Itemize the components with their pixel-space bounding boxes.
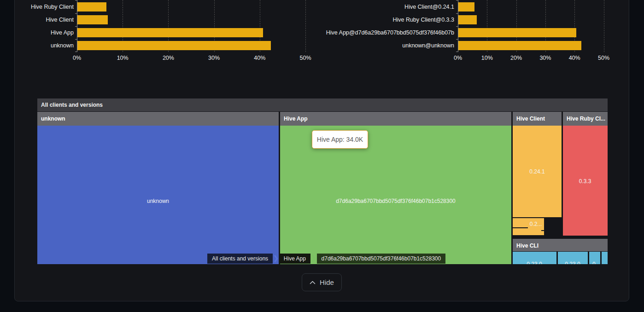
x-tick-label: 40% (564, 55, 585, 61)
treemap-cell-label: d7d6a29ba6707bbd5075df376f46b07b1c528300 (336, 198, 456, 204)
gridline (604, 0, 604, 52)
bar-hive-client-0-24-1[interactable] (458, 2, 474, 12)
bar-category-label: Hive App (0, 28, 74, 37)
treemap-breadcrumb: All clients and versions ❯ Hive App ❯ d7… (207, 254, 445, 264)
bar-category-label: unknown (0, 41, 74, 50)
hide-button[interactable]: Hide (302, 273, 342, 291)
axis-tick (75, 39, 77, 40)
treemap-cell[interactable] (537, 231, 544, 235)
axis-tick (456, 26, 458, 27)
bar-hive-app-d7d6a29ba6707bbd5075d[interactable] (458, 28, 576, 37)
x-tick-label: 40% (250, 55, 270, 61)
bar-hive-app[interactable] (77, 28, 263, 37)
treemap-section-header-hive-app[interactable]: Hive App (280, 112, 511, 126)
axis-tick (456, 13, 458, 14)
bar-category-label: Hive App@d7d6a29ba6707bbd5075df376f46b07… (270, 28, 454, 37)
x-tick-label: 10% (112, 55, 133, 61)
x-tick-label: 50% (295, 55, 316, 61)
hide-button-label: Hide (320, 278, 334, 286)
treemap-cell-label: 0.23.0 (565, 261, 580, 264)
x-tick-label: 50% (594, 55, 614, 61)
axis-tick (456, 52, 458, 52)
tooltip-text: Hive App: 34.0K (317, 136, 363, 143)
bar-unknown-unknown[interactable] (458, 41, 581, 50)
bar-hive-ruby-client-0-3-3[interactable] (458, 15, 477, 24)
x-tick-label: 10% (477, 55, 497, 61)
treemap-cell[interactable] (528, 231, 536, 235)
breadcrumb-item-root[interactable]: All clients and versions (207, 254, 273, 264)
client-share-bar-charts: 0%10%20%30%40%50%Hive Ruby ClientHive Cl… (0, 0, 644, 67)
x-tick-label: 20% (158, 55, 178, 61)
bar-category-label: Hive Client (0, 15, 74, 24)
treemap-cell-label: 0.23.0 (527, 261, 542, 264)
x-tick-label: 30% (204, 55, 224, 61)
axis-tick (456, 39, 458, 40)
treemap-section-header-hive-ruby-cl-[interactable]: Hive Ruby Cl... (563, 112, 608, 126)
treemap-section-header-unknown[interactable]: unknown (37, 112, 279, 126)
bar-category-label: Hive Client@0.24.1 (270, 2, 454, 12)
treemap-cell-label: 0. (592, 261, 597, 264)
treemap-cell-label: 0.3.3 (579, 178, 591, 185)
treemap-section-header-hive-cli[interactable]: Hive CLI (513, 239, 608, 251)
axis-tick (456, 0, 458, 0)
axis-tick (75, 13, 77, 14)
bar-hive-client[interactable] (77, 15, 108, 24)
chevron-right-icon: ❯ (273, 254, 279, 264)
bar-category-label: Hive Ruby Client@0.3.3 (270, 15, 454, 24)
axis-tick (75, 52, 77, 52)
bar-category-label: Hive Ruby Client (0, 2, 74, 12)
treemap-cell-unknown[interactable] (37, 126, 279, 264)
treemap-title: All clients and versions (37, 98, 608, 111)
x-tick-label: 20% (506, 55, 527, 61)
x-tick-label: 0% (448, 55, 468, 61)
axis-tick (75, 26, 77, 27)
treemap-tooltip: Hive App: 34.0K (312, 130, 368, 149)
axis-tick (75, 0, 77, 0)
bar-category-label: unknown@unknown (270, 41, 454, 50)
breadcrumb-item-hive-app[interactable]: Hive App (279, 254, 310, 264)
dashboard-stage: 0%10%20%30%40%50%Hive Ruby ClientHive Cl… (0, 0, 644, 312)
treemap-cell-label: unknown (147, 198, 169, 204)
treemap-section-header-hive-client[interactable]: Hive Client (513, 112, 562, 126)
x-tick-label: 30% (535, 55, 556, 61)
bar-hive-ruby-client[interactable] (77, 2, 106, 12)
chevron-up-icon (310, 281, 316, 284)
bar-unknown[interactable] (77, 41, 271, 50)
treemap-cell-label: 0.24.1 (529, 168, 544, 175)
x-tick-label: 0% (67, 55, 87, 61)
chevron-right-icon: ❯ (310, 254, 317, 264)
clients-versions-treemap[interactable]: All clients and versions unknownunknownH… (37, 98, 608, 264)
breadcrumb-item-version-hash[interactable]: d7d6a29ba6707bbd5075df376f46b07b1c528300 (317, 254, 446, 264)
treemap-cell-label: 0.2... (530, 221, 542, 227)
treemap-cell[interactable] (602, 252, 608, 264)
